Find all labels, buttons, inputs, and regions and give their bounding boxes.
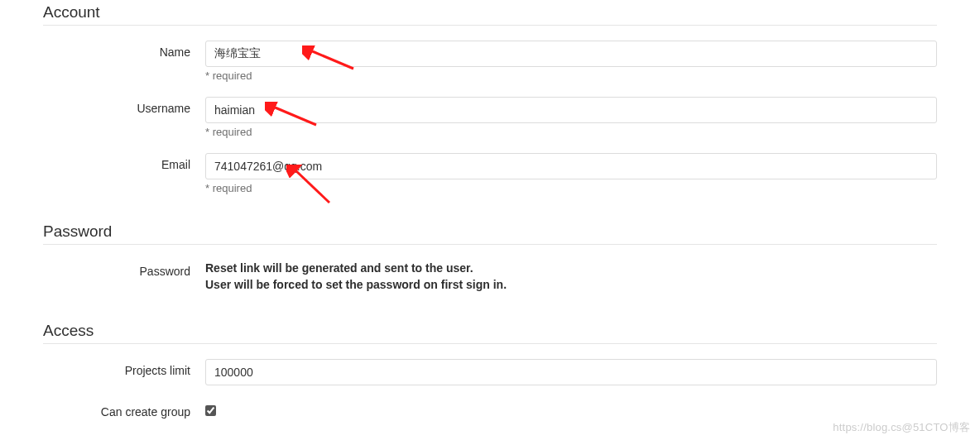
watermark-text: https://blog.cs@51CTO博客 [833, 420, 970, 435]
access-divider [43, 343, 937, 344]
access-section-title: Access [43, 322, 937, 343]
password-note-2: User will be forced to set the password … [205, 276, 937, 293]
can-create-group-label: Can create group [43, 400, 205, 418]
password-note-1: Reset link will be generated and sent to… [205, 260, 937, 276]
username-row: Username * required [43, 97, 937, 138]
can-create-group-checkbox[interactable] [205, 405, 216, 416]
projects-limit-input[interactable] [205, 359, 937, 385]
projects-limit-label: Projects limit [43, 359, 205, 377]
email-help: * required [205, 182, 937, 194]
password-divider [43, 244, 937, 245]
username-label: Username [43, 97, 205, 115]
account-section-title: Account [43, 3, 937, 25]
username-help: * required [205, 126, 937, 138]
name-label: Name [43, 41, 205, 59]
password-row: Password Reset link will be generated an… [43, 260, 937, 294]
name-row: Name * required [43, 41, 937, 82]
email-input[interactable] [205, 153, 937, 179]
email-row: Email * required [43, 153, 937, 194]
password-section-title: Password [43, 222, 937, 244]
can-create-group-row: Can create group [43, 400, 937, 418]
projects-limit-row: Projects limit [43, 359, 937, 385]
account-divider [43, 25, 937, 26]
username-input[interactable] [205, 97, 937, 123]
email-label: Email [43, 153, 205, 171]
password-label: Password [43, 260, 205, 278]
name-input[interactable] [205, 41, 937, 67]
name-help: * required [205, 69, 937, 82]
